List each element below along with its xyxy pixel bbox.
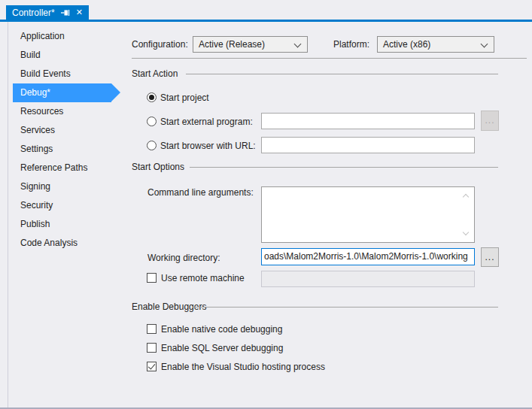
browser-url-value bbox=[262, 138, 474, 140]
start-action-header: Start Action bbox=[132, 68, 178, 80]
sidebar-item-settings[interactable]: Settings bbox=[8, 140, 111, 159]
remote-machine-input bbox=[261, 271, 475, 287]
chevron-down-icon bbox=[481, 41, 488, 48]
sidebar-item-resources[interactable]: Resources bbox=[8, 102, 111, 121]
checkbox-native-code-debugging[interactable] bbox=[147, 324, 157, 334]
working-directory-label: Working directory: bbox=[147, 253, 220, 264]
sidebar-item-services[interactable]: Services bbox=[8, 121, 111, 140]
close-icon[interactable]: ✕ bbox=[76, 8, 83, 17]
sidebar: Application Build Build Events Debug* Re… bbox=[8, 27, 111, 253]
tab-controller[interactable]: Controller* ✕ bbox=[6, 5, 89, 20]
tab-title: Controller* bbox=[12, 8, 55, 18]
platform-dropdown[interactable]: Active (x86) bbox=[377, 36, 494, 53]
checkbox-vs-hosting-process-label: Enable the Visual Studio hosting process bbox=[161, 362, 325, 373]
project-properties-panel: Controller* ✕ Application Build Build Ev… bbox=[0, 0, 532, 409]
radio-start-project-label: Start project bbox=[160, 92, 209, 104]
config-separator bbox=[132, 58, 527, 59]
sidebar-item-reference-paths[interactable]: Reference Paths bbox=[8, 159, 111, 177]
radio-start-browser-url-label: Start browser with URL: bbox=[160, 141, 256, 152]
checkbox-native-code-debugging-label: Enable native code debugging bbox=[161, 324, 282, 335]
sidebar-item-build-events[interactable]: Build Events bbox=[8, 65, 111, 83]
checkbox-vs-hosting-process[interactable] bbox=[147, 362, 157, 371]
pin-icon[interactable] bbox=[60, 8, 71, 18]
tab-accent-line bbox=[0, 20, 532, 22]
radio-start-external-program[interactable] bbox=[147, 117, 157, 126]
configuration-value: Active (Release) bbox=[199, 39, 265, 50]
working-directory-value: oads\Malom2Morris-1.0\Malom2Morris-1.0\w… bbox=[262, 249, 474, 262]
platform-label: Platform: bbox=[333, 39, 369, 50]
configuration-label: Configuration: bbox=[132, 39, 188, 50]
external-program-input[interactable] bbox=[261, 113, 475, 129]
section-rule bbox=[186, 74, 498, 74]
sidebar-item-application[interactable]: Application bbox=[8, 27, 111, 46]
sidebar-item-security[interactable]: Security bbox=[8, 196, 111, 215]
sidebar-item-publish[interactable]: Publish bbox=[8, 215, 111, 234]
command-line-arguments-value bbox=[262, 187, 474, 189]
checkbox-sql-server-debugging[interactable] bbox=[147, 343, 157, 353]
radio-start-project[interactable] bbox=[147, 92, 157, 102]
checkbox-use-remote-machine[interactable] bbox=[147, 273, 157, 283]
command-line-arguments-input[interactable] bbox=[261, 186, 475, 243]
remote-machine-value bbox=[262, 271, 474, 274]
sidebar-item-build[interactable]: Build bbox=[8, 46, 111, 65]
platform-value: Active (x86) bbox=[383, 39, 430, 50]
checkbox-use-remote-machine-label: Use remote machine bbox=[161, 273, 245, 284]
browse-external-program-button: ... bbox=[481, 111, 499, 131]
section-rule bbox=[190, 167, 498, 168]
sidebar-item-signing[interactable]: Signing bbox=[8, 177, 111, 196]
start-options-header: Start Options bbox=[132, 162, 184, 173]
browse-working-directory-button[interactable]: ... bbox=[481, 247, 499, 267]
sidebar-item-debug[interactable]: Debug* bbox=[13, 83, 111, 102]
working-directory-input[interactable]: oads\Malom2Morris-1.0\Malom2Morris-1.0\w… bbox=[261, 248, 475, 265]
chevron-down-icon bbox=[294, 41, 302, 48]
radio-start-external-program-label: Start external program: bbox=[160, 117, 253, 128]
browser-url-input[interactable] bbox=[261, 137, 475, 153]
radio-start-browser-url[interactable] bbox=[147, 141, 157, 150]
sidebar-item-code-analysis[interactable]: Code Analysis bbox=[8, 234, 111, 253]
external-program-value bbox=[262, 114, 474, 116]
scroll-down-icon[interactable] bbox=[463, 229, 469, 235]
configuration-dropdown[interactable]: Active (Release) bbox=[193, 36, 308, 53]
command-line-arguments-label: Command line arguments: bbox=[147, 187, 254, 198]
section-rule bbox=[193, 307, 498, 308]
scroll-up-icon[interactable] bbox=[463, 194, 469, 200]
checkbox-sql-server-debugging-label: Enable SQL Server debugging bbox=[161, 343, 283, 354]
